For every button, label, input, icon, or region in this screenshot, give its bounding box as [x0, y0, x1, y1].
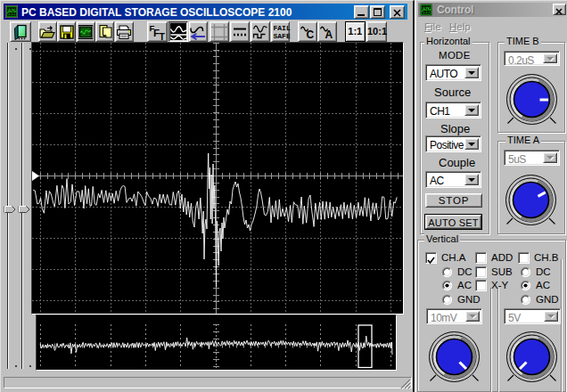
svg-text:A: A — [325, 28, 333, 39]
svg-text:C: C — [306, 28, 314, 39]
svg-text:T: T — [160, 31, 166, 41]
